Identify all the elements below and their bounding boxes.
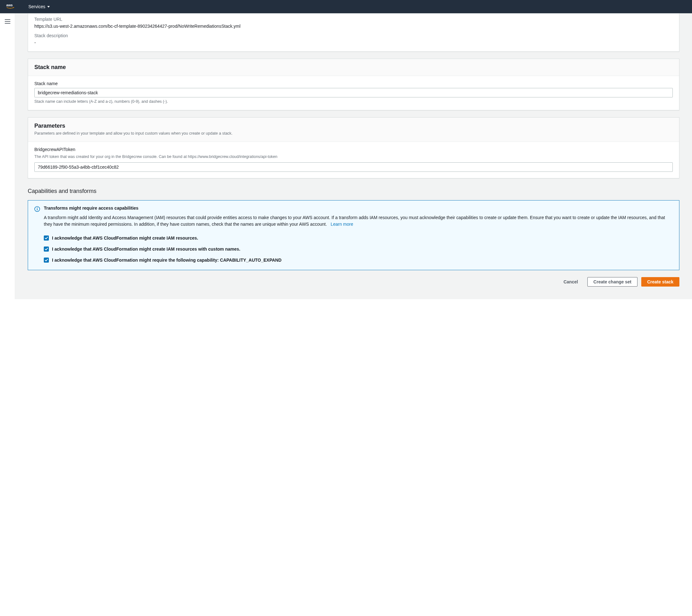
create-change-set-button[interactable]: Create change set bbox=[587, 277, 637, 286]
top-navigation: aws Services bbox=[0, 0, 692, 13]
info-title: Transforms might require access capabili… bbox=[44, 206, 673, 211]
stack-description-label: Stack description bbox=[34, 33, 673, 38]
services-label: Services bbox=[28, 4, 45, 9]
create-stack-button[interactable]: Create stack bbox=[641, 277, 679, 286]
main-content: Template URL https://s3.us-west-2.amazon… bbox=[15, 14, 692, 299]
api-token-label: BridgecrewAPIToken bbox=[34, 147, 673, 152]
api-token-desc: The API token that was created for your … bbox=[34, 154, 673, 160]
stack-name-input[interactable] bbox=[34, 88, 673, 98]
learn-more-link[interactable]: Learn more bbox=[330, 221, 353, 227]
info-icon bbox=[34, 206, 40, 212]
template-url-value: https://s3.us-west-2.amazonaws.com/bc-cf… bbox=[34, 24, 673, 29]
ack-label-3: I acknowledge that AWS CloudFormation mi… bbox=[52, 257, 281, 263]
ack-checkbox-1[interactable] bbox=[44, 235, 49, 240]
sidebar-toggle-column bbox=[0, 14, 15, 299]
template-url-label: Template URL bbox=[34, 17, 673, 22]
ack-label-2: I acknowledge that AWS CloudFormation mi… bbox=[52, 246, 240, 253]
info-text: A transform might add Identity and Acces… bbox=[44, 214, 673, 228]
parameters-subdesc: Parameters are defined in your template … bbox=[34, 130, 673, 136]
hamburger-icon[interactable] bbox=[5, 19, 10, 24]
ack-item-3: I acknowledge that AWS CloudFormation mi… bbox=[44, 257, 673, 263]
ack-item-1: I acknowledge that AWS CloudFormation mi… bbox=[44, 235, 673, 241]
template-panel: Template URL https://s3.us-west-2.amazon… bbox=[28, 14, 679, 52]
stack-name-helper: Stack name can include letters (A-Z and … bbox=[34, 99, 673, 104]
ack-checkbox-2[interactable] bbox=[44, 247, 49, 252]
stack-name-field-label: Stack name bbox=[34, 81, 673, 86]
parameters-panel: Parameters Parameters are defined in you… bbox=[28, 117, 679, 178]
api-token-input[interactable] bbox=[34, 162, 673, 172]
ack-item-2: I acknowledge that AWS CloudFormation mi… bbox=[44, 246, 673, 253]
ack-checkbox-3[interactable] bbox=[44, 258, 49, 262]
stack-name-panel: Stack name Stack name Stack name can inc… bbox=[28, 59, 679, 110]
svg-text:aws: aws bbox=[6, 3, 13, 7]
footer-buttons: Cancel Create change set Create stack bbox=[28, 277, 679, 286]
aws-logo[interactable]: aws bbox=[6, 3, 19, 10]
capabilities-info-box: Transforms might require access capabili… bbox=[28, 200, 679, 270]
cancel-button[interactable]: Cancel bbox=[558, 277, 584, 286]
ack-label-1: I acknowledge that AWS CloudFormation mi… bbox=[52, 235, 198, 241]
svg-rect-3 bbox=[37, 208, 38, 210]
parameters-heading: Parameters bbox=[34, 123, 673, 129]
info-text-body: A transform might add Identity and Acces… bbox=[44, 215, 665, 227]
stack-name-heading: Stack name bbox=[34, 64, 673, 71]
stack-description-value: - bbox=[34, 40, 673, 45]
svg-point-2 bbox=[37, 208, 38, 208]
capabilities-heading: Capabilities and transforms bbox=[28, 188, 679, 194]
services-dropdown[interactable]: Services bbox=[28, 4, 50, 9]
